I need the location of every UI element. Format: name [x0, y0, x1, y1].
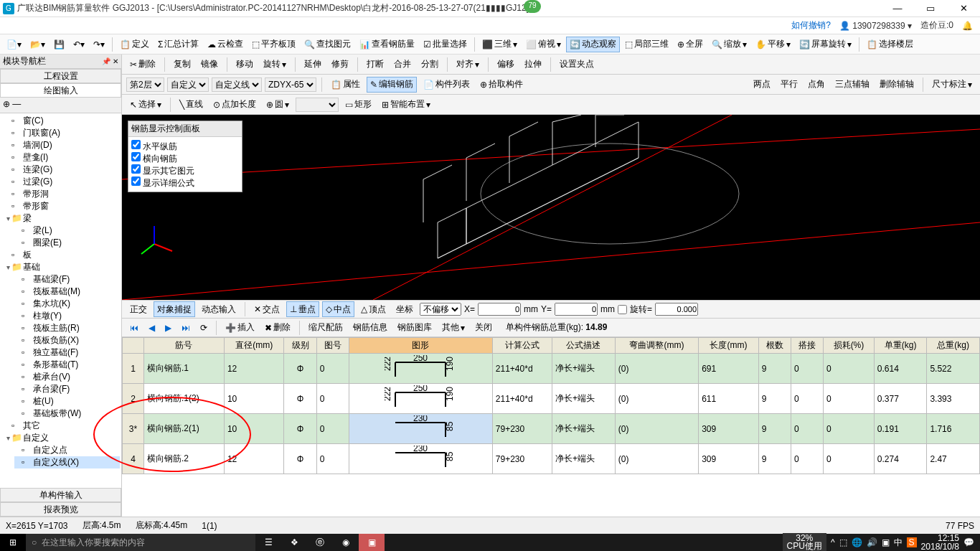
trim-button[interactable]: 修剪 — [328, 57, 352, 72]
draw-input-tab[interactable]: 绘图输入 — [0, 83, 121, 98]
rebar-display-panel[interactable]: 钢筋显示控制面板 水平纵筋 横向钢筋 显示其它图元 显示详细公式 — [128, 121, 242, 192]
top-view-button[interactable]: ⬜ 俯视▾ — [522, 37, 565, 52]
select-tool[interactable]: ↖ 选择▾ — [126, 97, 165, 113]
column-header[interactable]: 图形 — [349, 338, 492, 354]
report-preview-tab[interactable]: 报表预览 — [0, 502, 121, 517]
display-option[interactable]: 水平纵筋 — [131, 140, 239, 152]
delete-row-button[interactable]: ✖ 删除 — [261, 320, 294, 336]
two-point-button[interactable]: 两点 — [750, 77, 774, 93]
table-row[interactable]: 2横向钢筋.1(2)10Φ0250222190211+40*d净长+端头(0)6… — [123, 384, 980, 414]
delete-button[interactable]: ✂ 删除 — [126, 57, 159, 72]
minimize-button[interactable]: — — [881, 0, 914, 17]
last-button[interactable]: ⏭ — [178, 320, 194, 336]
tree-item[interactable]: ▫门联窗(A) — [4, 127, 120, 139]
notification-center-icon[interactable]: 💬 — [963, 537, 974, 547]
dynamic-view-button[interactable]: 🔄 动态观察 — [566, 37, 620, 52]
x-input[interactable] — [478, 303, 521, 316]
display-option[interactable]: 显示详细公式 — [131, 176, 239, 189]
edit-rebar-button[interactable]: ✎ 编辑钢筋 — [367, 77, 417, 93]
floor-select[interactable]: 第2层 — [126, 77, 164, 92]
tree-item[interactable]: ▫壁龛(I) — [4, 151, 120, 164]
project-settings-tab[interactable]: 工程设置 — [0, 69, 121, 83]
table-row[interactable]: 4横向钢筋.212Φ02308579+230净长+端头(0)3099000.27… — [123, 444, 980, 474]
split-button[interactable]: 分割 — [418, 57, 442, 72]
tree-item[interactable]: ▫梁(L) — [14, 225, 120, 237]
parallel-button[interactable]: 平行 — [777, 77, 801, 93]
offset-mode-select[interactable]: 不偏移 — [420, 303, 461, 316]
rebar-library-button[interactable]: 钢筋图库 — [394, 320, 435, 336]
user-id[interactable]: 👤 13907298339 ▾ — [839, 21, 912, 31]
y-input[interactable] — [555, 303, 598, 316]
stretch-button[interactable]: 拉伸 — [521, 57, 545, 72]
start-button[interactable]: ⊞ — [0, 534, 26, 551]
shape-select[interactable] — [296, 98, 339, 112]
refresh-button[interactable]: ⟳ — [197, 320, 211, 336]
fullscreen-button[interactable]: ⊕ 全屏 — [674, 37, 707, 52]
column-header[interactable]: 筋号 — [144, 338, 225, 354]
search-box[interactable]: ○ 在这里输入你要搜索的内容 — [26, 534, 255, 551]
rect-tool[interactable]: ▭ 矩形 — [341, 97, 375, 113]
move-button[interactable]: 移动 — [232, 57, 257, 72]
local3d-button[interactable]: ⬚ 局部三维 — [621, 37, 672, 52]
tree-item[interactable]: ▫基础梁(F) — [14, 273, 120, 286]
display-option[interactable]: 显示其它图元 — [131, 164, 239, 176]
line-tool[interactable]: ╲ 直线 — [176, 97, 207, 113]
ortho-toggle[interactable]: 正交 — [126, 301, 151, 317]
ime-icon[interactable]: ▣ — [882, 537, 890, 547]
tree-item[interactable]: ▫自定义点 — [14, 444, 120, 456]
lang-icon[interactable]: 中 — [894, 537, 903, 549]
sogou-icon[interactable]: S — [907, 537, 917, 547]
sum-button[interactable]: Σ 汇总计算 — [154, 37, 202, 52]
bell-icon[interactable]: 🔔 — [962, 21, 973, 31]
column-header[interactable]: 公式描述 — [552, 338, 616, 354]
column-header[interactable]: 级别 — [284, 338, 316, 354]
type-select[interactable]: ZDYX-65 — [265, 77, 316, 92]
tree-item[interactable]: ▫基础板带(W) — [14, 408, 120, 420]
column-header[interactable]: 长度(mm) — [699, 338, 759, 354]
tree-item[interactable]: ▫筏板负筋(X) — [14, 334, 120, 347]
column-header[interactable]: 总重(kg) — [927, 338, 980, 354]
rebar-info-button[interactable]: 钢筋信息 — [349, 320, 391, 336]
column-header[interactable]: 计算公式 — [492, 338, 552, 354]
volume-icon[interactable]: 🔊 — [867, 537, 877, 547]
three-point-axis-button[interactable]: 三点辅轴 — [831, 77, 873, 93]
mirror-button[interactable]: 镜像 — [197, 57, 222, 72]
tree-item[interactable]: ▫条形基础(T) — [14, 359, 120, 371]
notification-badge[interactable]: 79 — [524, 0, 541, 13]
tree-item[interactable]: ▫柱墩(Y) — [14, 310, 120, 322]
column-header[interactable]: 损耗(%) — [824, 338, 875, 354]
column-header[interactable]: 单重(kg) — [874, 338, 927, 354]
component-list-button[interactable]: 📄 构件列表 — [420, 77, 473, 93]
view-rebar-button[interactable]: 📊 查看钢筋量 — [356, 37, 418, 52]
circle-tool[interactable]: ⊕ 圆▾ — [263, 97, 293, 113]
midpoint-snap[interactable]: ◇ 中点 — [322, 301, 354, 317]
intersection-snap[interactable]: ✕ 交点 — [250, 301, 283, 317]
prev-button[interactable]: ◀ — [145, 320, 159, 336]
app-icon-2[interactable]: ◉ — [333, 534, 359, 551]
new-button[interactable]: 📄▾ — [3, 37, 25, 52]
tree-item[interactable]: ▫圈梁(E) — [14, 237, 120, 249]
table-row[interactable]: 1横向钢筋.112Φ0250222190211+40*d净长+端头(0)6919… — [123, 354, 980, 384]
next-button[interactable]: ▶ — [161, 320, 175, 336]
close-button[interactable]: ✕ — [947, 0, 980, 17]
redo-button[interactable]: ↷▾ — [90, 37, 108, 52]
copy-button[interactable]: 复制 — [170, 57, 194, 72]
find-button[interactable]: 🔍 查找图元 — [301, 37, 354, 52]
dynamic-input-toggle[interactable]: 动态输入 — [198, 301, 240, 317]
save-button[interactable]: 💾 — [50, 37, 68, 52]
perpendicular-snap[interactable]: ⊥ 垂点 — [286, 301, 319, 317]
tree-item[interactable]: ▫桩(U) — [14, 395, 120, 408]
single-input-tab[interactable]: 单构件输入 — [0, 488, 121, 502]
howto-link[interactable]: 如何撤销? — [791, 19, 831, 32]
tray-up-icon[interactable]: ^ — [831, 537, 835, 547]
windows-taskbar[interactable]: ⊞ ○ 在这里输入你要搜索的内容 ☰ ❖ ⓔ ◉ ▣ 32%CPU使用 ^ ⬚ … — [0, 534, 980, 551]
component-tree[interactable]: ▫窗(C)▫门联窗(A)▫墙洞(D)▫壁龛(I)▫连梁(G)▫过梁(G)▫带形洞… — [0, 113, 121, 488]
dimension-button[interactable]: 尺寸标注▾ — [928, 77, 976, 93]
display-option[interactable]: 横向钢筋 — [131, 152, 239, 164]
tree-item[interactable]: ▫带形窗 — [4, 200, 120, 212]
column-header[interactable]: 直径(mm) — [224, 338, 284, 354]
set-grip-button[interactable]: 设置夹点 — [556, 57, 598, 72]
tree-item[interactable]: ▫板 — [4, 249, 120, 261]
cloud-check-button[interactable]: ☁ 云检查 — [204, 37, 247, 52]
rotate-button[interactable]: 旋转▾ — [260, 57, 290, 72]
